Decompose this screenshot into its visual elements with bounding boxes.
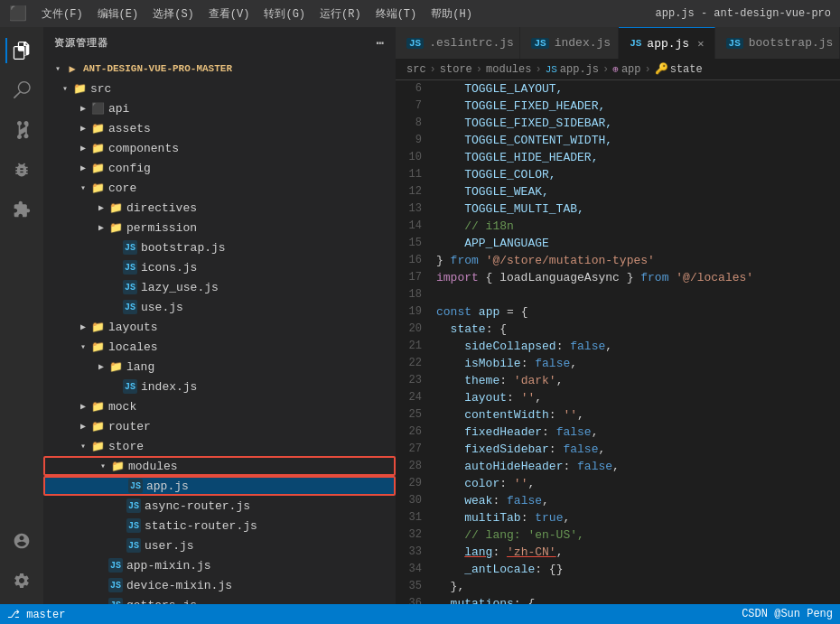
line-code-31: multiTab: true, xyxy=(436,509,840,526)
tree-item-modules[interactable]: ▾ 📁 modules xyxy=(43,456,396,476)
breadcrumb-obj-icon: ⊕ xyxy=(612,63,619,75)
tree-item-use[interactable]: JS use.js xyxy=(43,297,396,317)
activity-search[interactable] xyxy=(5,74,38,107)
menu-view[interactable]: 查看(V) xyxy=(203,5,256,23)
tree-item-permission[interactable]: ▶ 📁 permission xyxy=(43,218,396,237)
code-content[interactable]: 6 TOGGLE_LAYOUT, 7 TOGGLE_FIXED_HEADER, … xyxy=(396,80,840,604)
menu-edit[interactable]: 编辑(E) xyxy=(92,5,145,23)
tree-item-router[interactable]: ▶ 📁 router xyxy=(43,416,396,436)
tree-item-core[interactable]: ▾ 📁 core xyxy=(43,178,396,198)
tab-js-badge-bootstrap: JS xyxy=(726,38,743,49)
tree-item-assets[interactable]: ▶ 📁 assets xyxy=(43,118,396,138)
line-num-8: 8 xyxy=(396,115,436,132)
tab-close-app[interactable]: ✕ xyxy=(695,36,706,51)
line-code-6: TOGGLE_LAYOUT, xyxy=(436,80,840,98)
line-code-36: mutations: { xyxy=(436,595,840,604)
title-bar-title: app.js - ant-design-vue-pro xyxy=(656,7,831,20)
line-code-11: TOGGLE_COLOR, xyxy=(436,166,840,183)
js-user-icon: JS xyxy=(126,538,141,553)
tab-bootstrap[interactable]: JS bootstrap.js xyxy=(715,27,840,59)
folder-components-icon: 📁 xyxy=(90,141,105,155)
tab-index[interactable]: JS index.js xyxy=(520,27,619,59)
tree-item-layouts[interactable]: ▶ 📁 layouts xyxy=(43,317,396,337)
line-num-13: 13 xyxy=(396,200,436,218)
code-line-22: 22 isMobile: false, xyxy=(396,355,840,372)
tree-item-user-js[interactable]: JS user.js xyxy=(43,536,396,555)
menu-file[interactable]: 文件(F) xyxy=(36,5,89,23)
tree-item-index-locales[interactable]: JS index.js xyxy=(43,377,396,396)
status-branch[interactable]: ⎇ master xyxy=(7,608,65,621)
tree-item-async-router[interactable]: JS async-router.js xyxy=(43,496,396,516)
tab-app[interactable]: JS app.js ✕ xyxy=(619,27,714,59)
spacer xyxy=(94,598,108,604)
activity-settings[interactable] xyxy=(5,564,38,597)
tree-item-lazy-use[interactable]: JS lazy_use.js xyxy=(43,277,396,297)
activity-debug[interactable] xyxy=(5,154,38,186)
line-code-23: theme: 'dark', xyxy=(436,372,840,389)
assets-label: assets xyxy=(108,122,151,135)
spacer xyxy=(112,498,126,513)
breadcrumb-key-icon: 🔑 xyxy=(655,62,668,76)
tree-item-store[interactable]: ▾ 📁 store xyxy=(43,436,396,456)
breadcrumb-sep-3: › xyxy=(535,63,541,76)
activity-extensions[interactable] xyxy=(5,193,38,226)
tree-item-app-mixin[interactable]: JS app-mixin.js xyxy=(43,555,396,575)
line-code-21: sideCollapsed: false, xyxy=(436,338,840,355)
activity-explorer[interactable] xyxy=(5,34,38,67)
breadcrumb-modules[interactable]: modules xyxy=(486,63,531,76)
line-num-29: 29 xyxy=(396,475,436,492)
tree-item-mock[interactable]: ▶ 📁 mock xyxy=(43,396,396,416)
tree-item-getters[interactable]: JS getters.js xyxy=(43,595,396,604)
breadcrumb-store[interactable]: store xyxy=(440,63,472,76)
status-bar-right: CSDN @Sun Peng xyxy=(742,608,833,620)
chevron-right-icon: ▶ xyxy=(76,320,90,334)
sidebar: 资源管理器 ⋯ ▾ ▶ ANT-DESIGN-VUE-PRO-MASTER ▾ … xyxy=(43,27,396,604)
code-line-28: 28 autoHideHeader: false, xyxy=(396,458,840,475)
line-code-29: color: '', xyxy=(436,475,840,492)
spacer xyxy=(108,300,123,314)
folder-store-icon: 📁 xyxy=(90,439,105,453)
activity-source-control[interactable] xyxy=(5,114,38,146)
tree-item-bootstrap-core[interactable]: JS bootstrap.js xyxy=(43,237,396,257)
code-line-8: 8 TOGGLE_FIXED_SIDEBAR, xyxy=(396,115,840,132)
tree-item-src[interactable]: ▾ 📁 src xyxy=(43,79,396,98)
tree-item-locales[interactable]: ▾ 📁 locales xyxy=(43,337,396,357)
tree-root-folder[interactable]: ▾ ▶ ANT-DESIGN-VUE-PRO-MASTER xyxy=(43,59,396,79)
breadcrumb-app-js[interactable]: app.js xyxy=(560,63,599,76)
sidebar-new-file-icon[interactable]: ⋯ xyxy=(377,35,385,51)
tree-item-app-js[interactable]: JS app.js xyxy=(43,476,396,496)
breadcrumb-src[interactable]: src xyxy=(406,63,426,76)
tree-item-config[interactable]: ▶ 📁 config xyxy=(43,158,396,178)
line-num-20: 20 xyxy=(396,321,436,338)
tree-item-directives[interactable]: ▶ 📁 directives xyxy=(43,198,396,218)
tree-item-static-router[interactable]: JS static-router.js xyxy=(43,516,396,536)
menu-goto[interactable]: 转到(G) xyxy=(258,5,311,23)
line-code-27: fixedSidebar: false, xyxy=(436,441,840,458)
tree-item-device-mixin[interactable]: JS device-mixin.js xyxy=(43,575,396,595)
tree-item-components[interactable]: ▶ 📁 components xyxy=(43,138,396,158)
line-code-16: } from '@/store/mutation-types' xyxy=(436,252,840,269)
js-async-router-icon: JS xyxy=(126,498,141,513)
breadcrumb-state[interactable]: state xyxy=(670,63,703,76)
tree-item-lang[interactable]: ▶ 📁 lang xyxy=(43,357,396,377)
layouts-label: layouts xyxy=(108,321,158,334)
menu-help[interactable]: 帮助(H) xyxy=(425,5,478,23)
breadcrumb-app-obj[interactable]: app xyxy=(621,63,641,76)
folder-router-icon: 📁 xyxy=(90,419,105,433)
js-static-router-icon: JS xyxy=(126,518,141,533)
lang-label: lang xyxy=(126,360,154,374)
components-label: components xyxy=(108,142,179,155)
menu-run[interactable]: 运行(R) xyxy=(314,5,367,23)
tree-item-api[interactable]: ▶ ⬛ api xyxy=(43,98,396,118)
menu-select[interactable]: 选择(S) xyxy=(147,5,200,23)
chevron-right-icon: ▶ xyxy=(76,101,90,116)
tab-eslintrc[interactable]: JS .eslintrc.js xyxy=(396,27,520,59)
sidebar-tree[interactable]: ▾ ▶ ANT-DESIGN-VUE-PRO-MASTER ▾ 📁 src ▶ … xyxy=(43,59,396,604)
line-code-12: TOGGLE_WEAK, xyxy=(436,183,840,200)
api-label: api xyxy=(108,102,129,116)
menu-terminal[interactable]: 终端(T) xyxy=(370,5,423,23)
chevron-right-icon: ▶ xyxy=(76,161,90,175)
activity-account[interactable] xyxy=(5,525,38,557)
tree-item-icons[interactable]: JS icons.js xyxy=(43,257,396,277)
js-device-mixin-icon: JS xyxy=(108,578,123,592)
